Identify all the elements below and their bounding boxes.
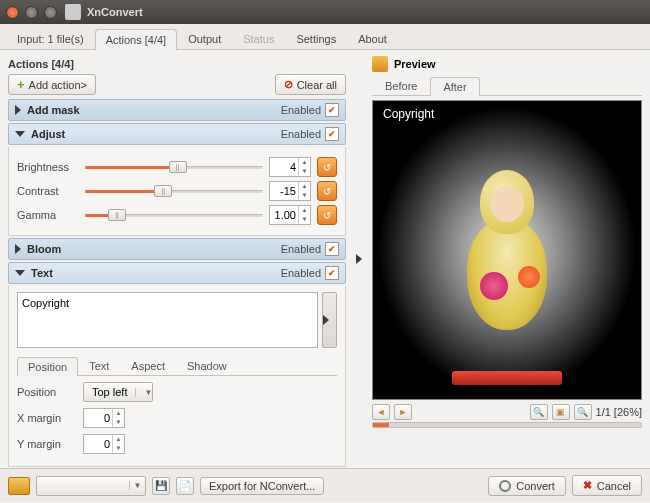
enabled-label: Enabled — [281, 128, 321, 140]
script-icon[interactable]: 📄 — [176, 477, 194, 495]
chevron-right-icon — [356, 254, 362, 264]
ymargin-label: Y margin — [17, 438, 75, 450]
adjust-enabled-checkbox[interactable]: ✔ — [325, 127, 339, 141]
brightness-slider[interactable]: || — [85, 160, 263, 174]
zoom-fit-button[interactable]: ▣ — [552, 404, 570, 420]
spin-down[interactable]: ▼ — [299, 167, 310, 176]
disclosure-icon — [15, 244, 21, 254]
spin-up[interactable]: ▲ — [299, 182, 310, 191]
path-combo[interactable]: ▼ — [36, 476, 146, 496]
enabled-label: Enabled — [281, 267, 321, 279]
brightness-reset-button[interactable]: ↺ — [317, 157, 337, 177]
xmargin-label: X margin — [17, 412, 75, 424]
cancel-button[interactable]: ✖ Cancel — [572, 475, 642, 496]
contrast-reset-button[interactable]: ↺ — [317, 181, 337, 201]
zoom-in-button[interactable]: 🔍 — [530, 404, 548, 420]
preview-tab-before[interactable]: Before — [372, 76, 430, 95]
spin-up[interactable]: ▲ — [299, 206, 310, 215]
save-icon[interactable]: 💾 — [152, 477, 170, 495]
position-value: Top left — [84, 386, 135, 398]
contrast-spinbox[interactable]: ▲▼ — [269, 181, 311, 201]
actions-header: Actions [4/4] — [8, 58, 346, 70]
action-adjust-title: Adjust — [31, 128, 281, 140]
export-label: Export for NConvert... — [209, 480, 315, 492]
adjust-panel: Brightness || ▲▼ ↺ Contrast || — [8, 147, 346, 236]
preview-image: Copyright — [372, 100, 642, 400]
window-close-button[interactable] — [6, 6, 19, 19]
gamma-reset-button[interactable]: ↺ — [317, 205, 337, 225]
brightness-input[interactable] — [270, 158, 298, 176]
window-maximize-button[interactable] — [44, 6, 57, 19]
main-tabbar: Input: 1 file(s) Actions [4/4] Output St… — [0, 24, 650, 50]
clear-all-button[interactable]: ⊘ Clear all — [275, 74, 346, 95]
spin-down[interactable]: ▼ — [299, 215, 310, 224]
zoom-status-label: 1/1 [26%] — [596, 406, 642, 418]
tab-output[interactable]: Output — [177, 28, 232, 49]
subtab-shadow[interactable]: Shadow — [176, 356, 238, 375]
tab-about[interactable]: About — [347, 28, 398, 49]
text-enabled-checkbox[interactable]: ✔ — [325, 266, 339, 280]
bloom-enabled-checkbox[interactable]: ✔ — [325, 242, 339, 256]
enabled-label: Enabled — [281, 104, 321, 116]
tab-actions[interactable]: Actions [4/4] — [95, 29, 178, 50]
contrast-slider[interactable]: || — [85, 184, 263, 198]
add-action-button[interactable]: + Add action> — [8, 74, 96, 95]
brightness-spinbox[interactable]: ▲▼ — [269, 157, 311, 177]
folder-icon[interactable] — [8, 477, 30, 495]
disclosure-icon — [15, 105, 21, 115]
convert-button[interactable]: Convert — [488, 476, 566, 496]
enabled-label: Enabled — [281, 243, 321, 255]
prev-image-button[interactable]: ◄ — [372, 404, 390, 420]
mask-enabled-checkbox[interactable]: ✔ — [325, 103, 339, 117]
brightness-label: Brightness — [17, 161, 79, 173]
text-insert-button[interactable] — [322, 292, 337, 348]
contrast-label: Contrast — [17, 185, 79, 197]
action-text-title: Text — [31, 267, 281, 279]
tab-input[interactable]: Input: 1 file(s) — [6, 28, 95, 49]
gear-icon — [499, 480, 511, 492]
spin-up[interactable]: ▲ — [299, 158, 310, 167]
title-bar: XnConvert — [0, 0, 650, 24]
spin-down[interactable]: ▼ — [113, 418, 124, 427]
export-nconvert-button[interactable]: Export for NConvert... — [200, 477, 324, 495]
convert-label: Convert — [516, 480, 555, 492]
position-combo[interactable]: Top left ▼ — [83, 382, 153, 402]
action-adjust-header[interactable]: Adjust Enabled ✔ — [8, 123, 346, 145]
preview-scrollbar[interactable] — [372, 422, 642, 428]
action-bloom-header[interactable]: Bloom Enabled ✔ — [8, 238, 346, 260]
spin-up[interactable]: ▲ — [113, 435, 124, 444]
subtab-position[interactable]: Position — [17, 357, 78, 376]
window-title: XnConvert — [87, 6, 143, 18]
subtab-aspect[interactable]: Aspect — [120, 356, 176, 375]
cancel-icon: ✖ — [583, 479, 592, 492]
gamma-slider[interactable]: || — [85, 208, 263, 222]
next-image-button[interactable]: ► — [394, 404, 412, 420]
tab-settings[interactable]: Settings — [285, 28, 347, 49]
chevron-down-icon: ▼ — [129, 481, 145, 490]
ymargin-input[interactable] — [84, 435, 112, 453]
action-add-mask-header[interactable]: Add mask Enabled ✔ — [8, 99, 346, 121]
disclosure-icon — [15, 270, 25, 276]
plus-icon: + — [17, 77, 25, 92]
ymargin-spinbox[interactable]: ▲▼ — [83, 434, 125, 454]
panel-expand-toggle[interactable] — [352, 56, 366, 462]
gamma-spinbox[interactable]: ▲▼ — [269, 205, 311, 225]
xmargin-input[interactable] — [84, 409, 112, 427]
contrast-input[interactable] — [270, 182, 298, 200]
overlay-text: Copyright — [383, 107, 434, 121]
spin-down[interactable]: ▼ — [299, 191, 310, 200]
gamma-input[interactable] — [270, 206, 298, 224]
zoom-out-button[interactable]: 🔍 — [574, 404, 592, 420]
chevron-right-icon — [323, 315, 329, 325]
text-subtabbar: Position Text Aspect Shadow — [17, 356, 337, 376]
xmargin-spinbox[interactable]: ▲▼ — [83, 408, 125, 428]
preview-title: Preview — [394, 58, 436, 70]
subtab-text[interactable]: Text — [78, 356, 120, 375]
spin-up[interactable]: ▲ — [113, 409, 124, 418]
spin-down[interactable]: ▼ — [113, 444, 124, 453]
preview-tab-after[interactable]: After — [430, 77, 479, 96]
window-minimize-button[interactable] — [25, 6, 38, 19]
position-label: Position — [17, 386, 75, 398]
action-text-header[interactable]: Text Enabled ✔ — [8, 262, 346, 284]
text-content-input[interactable] — [17, 292, 318, 348]
